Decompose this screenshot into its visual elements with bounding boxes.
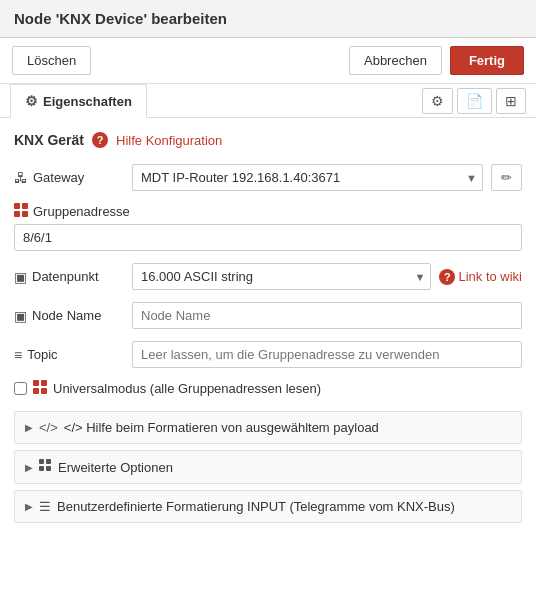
tab-icon-gear[interactable]: ⚙ [422, 88, 453, 114]
toolbar: Löschen Abbrechen Fertig [0, 38, 536, 84]
svg-rect-4 [33, 380, 39, 386]
svg-rect-0 [14, 203, 20, 209]
accordion-erweitert-label: Erweiterte Optionen [58, 460, 173, 475]
knx-geraet-header: KNX Gerät ? Hilfe Konfiguration [14, 132, 522, 148]
gruppenadresse-input[interactable] [14, 224, 522, 251]
accordion-custom-header[interactable]: ▶ ☰ Benutzerdefinierte Formatierung INPU… [15, 491, 521, 522]
help-circle-icon: ? [92, 132, 108, 148]
accordion-payload-label: </> Hilfe beim Formatieren von ausgewähl… [64, 420, 379, 435]
list-lines-icon: ☰ [39, 499, 51, 514]
gruppenadresse-section: Gruppenadresse [14, 203, 522, 251]
node-icon: ▣ [14, 308, 27, 324]
svg-rect-5 [41, 380, 47, 386]
tab-label: Eigenschaften [43, 94, 132, 109]
datenpunkt-icon: ▣ [14, 269, 27, 285]
node-name-input[interactable] [132, 302, 522, 329]
page-title: Node 'KNX Device' bearbeiten [14, 10, 227, 27]
cancel-button[interactable]: Abbrechen [349, 46, 442, 75]
knx-geraet-label: KNX Gerät [14, 132, 84, 148]
accordion-arrow-2: ▶ [25, 462, 33, 473]
content: KNX Gerät ? Hilfe Konfiguration 🖧 Gatewa… [0, 118, 536, 539]
accordion-arrow-3: ▶ [25, 501, 33, 512]
accordion-erweitert: ▶ Erweiterte Optionen [14, 450, 522, 484]
datenpunkt-label: ▣ Datenpunkt [14, 269, 124, 285]
svg-rect-3 [22, 211, 28, 217]
grid-icon-small [33, 380, 47, 397]
accordion-payload-header[interactable]: ▶ </> </> Hilfe beim Formatieren von aus… [15, 412, 521, 443]
accordion-custom: ▶ ☰ Benutzerdefinierte Formatierung INPU… [14, 490, 522, 523]
help-circle-wiki-icon: ? [439, 269, 455, 285]
code-icon: </> [39, 420, 58, 435]
topic-row: ≡ Topic [14, 341, 522, 368]
svg-rect-2 [14, 211, 20, 217]
node-name-label: ▣ Node Name [14, 308, 124, 324]
gateway-edit-button[interactable]: ✏ [491, 164, 522, 191]
title-bar: Node 'KNX Device' bearbeiten [0, 0, 536, 38]
svg-rect-7 [41, 388, 47, 394]
tab-icon-file[interactable]: 📄 [457, 88, 492, 114]
node-name-row: ▣ Node Name [14, 302, 522, 329]
gateway-icon: 🖧 [14, 170, 28, 186]
done-button[interactable]: Fertig [450, 46, 524, 75]
topic-input[interactable] [132, 341, 522, 368]
tabs-row: ⚙ Eigenschaften ⚙ 📄 ⊞ [0, 84, 536, 118]
datenpunkt-row: ▣ Datenpunkt 16.000 ASCII string ▼ ? Lin… [14, 263, 522, 290]
universalmodus-row: Universalmodus (alle Gruppenadressen les… [14, 380, 522, 397]
grid-red-icon2 [14, 203, 28, 220]
list-icon: ≡ [14, 347, 22, 363]
universalmodus-checkbox[interactable] [14, 382, 27, 395]
accordion-payload: ▶ </> </> Hilfe beim Formatieren von aus… [14, 411, 522, 444]
tab-icon-grid[interactable]: ⊞ [496, 88, 526, 114]
svg-rect-1 [22, 203, 28, 209]
universalmodus-label: Universalmodus (alle Gruppenadressen les… [53, 381, 321, 396]
accordion-arrow-1: ▶ [25, 422, 33, 433]
gear-icon: ⚙ [25, 93, 38, 109]
svg-rect-8 [39, 459, 44, 464]
tab-eigenschaften[interactable]: ⚙ Eigenschaften [10, 84, 147, 118]
datenpunkt-select[interactable]: 16.000 ASCII string [132, 263, 431, 290]
gateway-select[interactable]: MDT IP-Router 192.168.1.40:3671 [132, 164, 483, 191]
accordion-custom-label: Benutzerdefinierte Formatierung INPUT (T… [57, 499, 455, 514]
delete-button[interactable]: Löschen [12, 46, 91, 75]
gateway-row: 🖧 Gateway MDT IP-Router 192.168.1.40:367… [14, 164, 522, 191]
svg-rect-6 [33, 388, 39, 394]
wiki-link[interactable]: ? Link to wiki [439, 269, 522, 285]
svg-rect-10 [39, 466, 44, 471]
svg-rect-11 [46, 466, 51, 471]
gateway-label: 🖧 Gateway [14, 170, 124, 186]
accordion-erweitert-header[interactable]: ▶ Erweiterte Optionen [15, 451, 521, 483]
erweitert-icon [39, 459, 52, 475]
hilfe-link[interactable]: Hilfe Konfiguration [116, 133, 222, 148]
svg-rect-9 [46, 459, 51, 464]
topic-label: ≡ Topic [14, 347, 124, 363]
